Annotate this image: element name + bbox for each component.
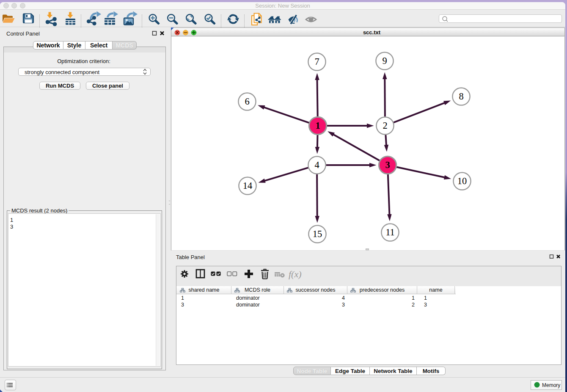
- svg-text:9: 9: [382, 55, 387, 66]
- svg-text:14: 14: [243, 180, 253, 191]
- svg-text:3: 3: [385, 160, 390, 170]
- svg-text:4: 4: [314, 160, 319, 170]
- svg-text:11: 11: [385, 227, 395, 237]
- svg-text:7: 7: [314, 56, 319, 67]
- svg-text:8: 8: [459, 91, 463, 102]
- svg-text:10: 10: [457, 176, 467, 186]
- svg-text:6: 6: [245, 96, 249, 107]
- svg-text:15: 15: [313, 229, 322, 239]
- svg-text:1: 1: [315, 120, 320, 131]
- svg-text:2: 2: [383, 120, 387, 131]
